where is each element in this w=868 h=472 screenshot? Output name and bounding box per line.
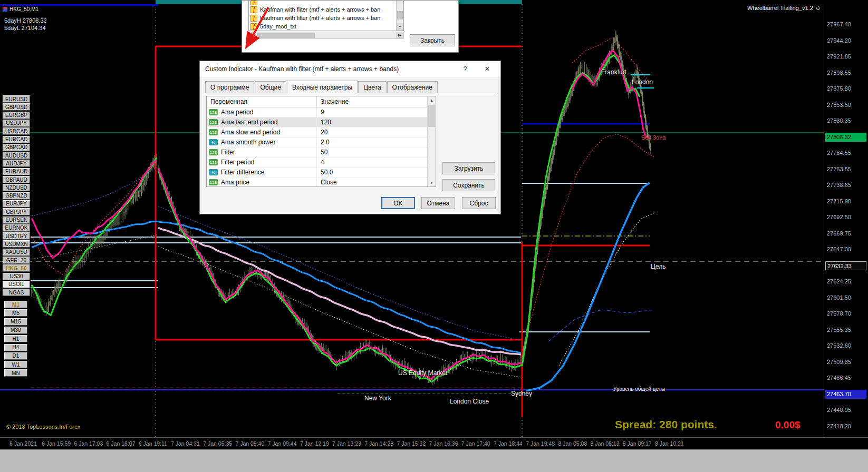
symbol-button[interactable]: USDTRY bbox=[3, 232, 30, 240]
dialog-tab[interactable]: О программе bbox=[205, 81, 254, 93]
dialog-tab[interactable]: Общие bbox=[255, 81, 286, 93]
symbol-button[interactable]: USDJPY bbox=[3, 120, 30, 127]
cancel-button[interactable]: Отмена bbox=[421, 197, 455, 209]
timeframe-button[interactable]: W1 bbox=[4, 361, 27, 368]
price-scale-label: 27440.95 bbox=[827, 407, 851, 413]
scroll-up-icon[interactable]: ▲ bbox=[428, 96, 436, 104]
custom-indicator-icon: ƒ bbox=[250, 15, 257, 22]
ok-button[interactable]: OK bbox=[381, 197, 415, 209]
price-scale-label: 27624.25 bbox=[827, 278, 851, 284]
param-row[interactable]: 123 Filter period 4 bbox=[207, 158, 427, 168]
dialog-tab[interactable]: Цвета bbox=[358, 81, 386, 93]
time-scale-label: 7 Jan 18:44 bbox=[494, 440, 523, 447]
scroll-left-icon[interactable]: ◀ bbox=[249, 32, 256, 38]
symbol-button[interactable]: GBPAUD bbox=[3, 176, 30, 183]
timeframe-button[interactable]: H4 bbox=[4, 344, 27, 351]
symbol-button[interactable]: USDMXN bbox=[3, 240, 30, 248]
price-scale-label: 27875.80 bbox=[827, 85, 851, 92]
symbol-button[interactable]: XAUUSD bbox=[3, 249, 30, 256]
param-value[interactable]: Close bbox=[316, 178, 427, 186]
symbol-button[interactable]: EURSEK bbox=[3, 217, 30, 224]
scroll-down-icon[interactable]: ▼ bbox=[397, 23, 403, 31]
symbol-button[interactable]: NZDUSD bbox=[3, 184, 30, 191]
time-scale-label: 6 Jan 18:07 bbox=[107, 440, 136, 447]
param-type-icon: 123 bbox=[209, 149, 218, 155]
param-row[interactable]: 123 Ama period 9 bbox=[207, 107, 427, 117]
symbol-button[interactable]: GBPJPY bbox=[3, 208, 30, 215]
param-name-cell: 123 Ama slow end period bbox=[207, 129, 316, 136]
param-value[interactable]: 20 bbox=[316, 127, 427, 137]
copyright-label: © 2018 TopLessons.In/Forex bbox=[6, 424, 81, 430]
scrollbar-thumb[interactable] bbox=[397, 11, 403, 19]
symbol-button[interactable]: EURJPY bbox=[3, 200, 30, 208]
param-row[interactable]: 123 Filter 50 bbox=[207, 148, 427, 158]
symbol-button[interactable]: AUDUSD bbox=[3, 152, 30, 159]
annotation-london: London bbox=[632, 78, 653, 86]
load-button[interactable]: Загрузить bbox=[442, 162, 495, 174]
param-name: Ama slow end period bbox=[221, 129, 280, 136]
reset-button[interactable]: Сброс bbox=[462, 197, 496, 209]
time-scale[interactable]: 6 Jan 20216 Jan 15:596 Jan 17:036 Jan 18… bbox=[0, 437, 868, 449]
timeframe-button[interactable]: H1 bbox=[4, 335, 27, 342]
symbol-button[interactable]: EURCAD bbox=[3, 136, 30, 143]
param-row[interactable]: ½ Filter difference 50.0 bbox=[207, 168, 427, 178]
price-scale[interactable]: 27967.4027944.2027921.8527898.5527875.80… bbox=[824, 4, 868, 439]
symbol-button[interactable]: USDCAD bbox=[3, 127, 30, 135]
vertical-scrollbar[interactable]: ▼ bbox=[396, 1, 403, 31]
help-icon[interactable]: ? bbox=[457, 61, 473, 77]
symbol-button[interactable]: GBPNZD bbox=[3, 192, 30, 200]
ea-title-text: Wheelbarrel Trailing_v1.2 bbox=[747, 5, 813, 11]
symbol-button[interactable]: HKG_50 bbox=[3, 264, 30, 272]
symbol-button[interactable]: GER_30 bbox=[3, 257, 30, 264]
chart-tab[interactable]: HKG_50,M1 bbox=[0, 6, 158, 13]
param-value[interactable]: 120 bbox=[316, 117, 427, 127]
time-scale-label: 8 Jan 05:08 bbox=[558, 440, 587, 447]
scroll-down-icon[interactable]: ▼ bbox=[428, 179, 436, 186]
close-icon[interactable]: ✕ bbox=[478, 61, 496, 77]
param-row[interactable]: ½ Ama smooth power 2.0 bbox=[207, 137, 427, 148]
scrollbar-thumb[interactable] bbox=[428, 105, 435, 127]
timeframe-button[interactable]: D1 bbox=[4, 352, 27, 360]
param-value[interactable]: 4 bbox=[316, 158, 427, 167]
symbol-button[interactable]: GBPUSD bbox=[3, 103, 30, 111]
scroll-right-icon[interactable]: ▶ bbox=[396, 32, 403, 38]
timeframe-button[interactable]: MN bbox=[4, 369, 27, 377]
param-row[interactable]: 123 Ama fast end period 120 bbox=[207, 117, 427, 127]
param-value[interactable]: 9 bbox=[316, 107, 427, 117]
param-value[interactable]: 2.0 bbox=[316, 137, 427, 147]
table-scrollbar[interactable]: ▲ ▼ bbox=[427, 96, 436, 186]
time-scale-label: 7 Jan 05:35 bbox=[203, 440, 232, 447]
param-value[interactable]: 50.0 bbox=[316, 168, 427, 177]
time-scale-label: 8 Jan 08:13 bbox=[591, 440, 620, 447]
symbol-button[interactable]: EURUSD bbox=[3, 95, 30, 103]
indicator-list-item[interactable]: ƒ 5day_mod_txt bbox=[249, 22, 396, 31]
symbol-button[interactable]: NGAS bbox=[3, 289, 30, 296]
symbol-button[interactable]: EURGBP bbox=[3, 112, 30, 119]
scrollbar-thumb[interactable] bbox=[257, 33, 315, 38]
timeframe-button[interactable]: M1 bbox=[4, 301, 27, 308]
symbol-button[interactable]: US30 bbox=[3, 273, 30, 280]
indicator-list-item[interactable]: ƒ Kaufman with filter (mtf + alerts + ar… bbox=[249, 14, 396, 22]
param-value[interactable]: 50 bbox=[316, 148, 427, 157]
indicator-list-item[interactable]: ƒ Kaufman with filter (mtf + alerts + ar… bbox=[249, 5, 396, 14]
indicator-list[interactable]: ▼ ƒ ƒ Kaufman with filter (mtf + alerts … bbox=[248, 1, 404, 31]
horizontal-scrollbar[interactable]: ◀ ▶ bbox=[248, 32, 404, 39]
timeframe-button[interactable]: M30 bbox=[4, 327, 27, 334]
param-row[interactable]: 123 Ama price Close bbox=[207, 178, 427, 186]
symbol-button[interactable]: EURAUD bbox=[3, 168, 30, 175]
param-row[interactable]: 123 Ama slow end period 20 bbox=[207, 127, 427, 137]
indicator-list-item[interactable]: ƒ bbox=[249, 1, 396, 5]
save-button[interactable]: Сохранить bbox=[442, 179, 495, 191]
symbol-button[interactable]: AUDJPY bbox=[3, 160, 30, 167]
annotation-target: Цель bbox=[651, 263, 666, 270]
symbol-button[interactable]: USOIL bbox=[3, 281, 30, 288]
annotation-new-york: New York bbox=[364, 395, 391, 402]
timeframe-button[interactable]: M5 bbox=[4, 309, 27, 317]
timeframe-button[interactable]: M15 bbox=[4, 318, 27, 326]
dialog-tab[interactable]: Отображение bbox=[387, 81, 438, 93]
symbol-button[interactable]: GBPCAD bbox=[3, 144, 30, 151]
dialog-tab[interactable]: Входные параметры bbox=[287, 81, 358, 93]
close-list-button[interactable]: Закрыть bbox=[410, 34, 455, 46]
symbol-button[interactable]: EURNOK bbox=[3, 224, 30, 232]
dialog-titlebar[interactable]: Custom Indicator - Kaufman with filter (… bbox=[200, 61, 500, 77]
